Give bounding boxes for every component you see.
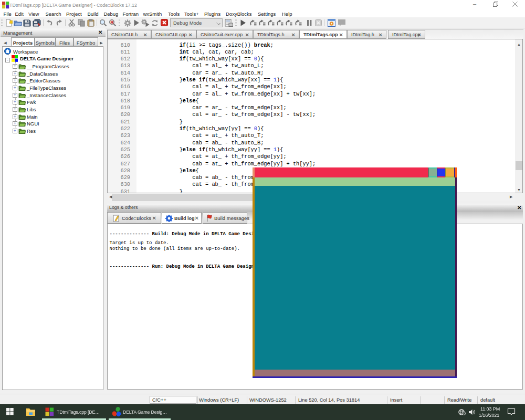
svg-text:R: R xyxy=(111,20,114,25)
